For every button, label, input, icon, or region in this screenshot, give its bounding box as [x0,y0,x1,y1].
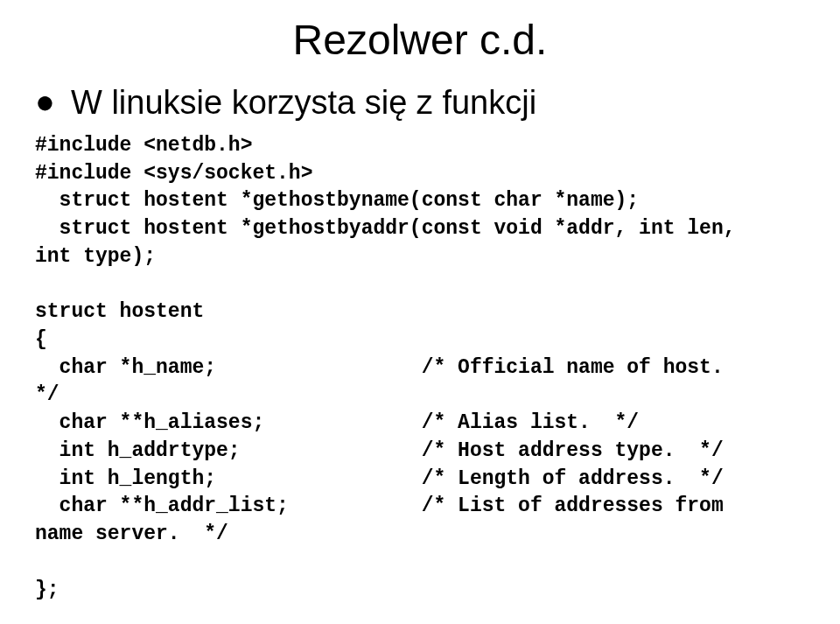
slide-title: Rezolwer c.d. [35,16,805,64]
bullet-marker: ● [35,85,55,118]
code-block: #include <netdb.h> #include <sys/socket.… [35,132,805,604]
bullet-item: ● W linuksie korzysta się z funkcji [35,85,805,122]
bullet-text: W linuksie korzysta się z funkcji [71,85,536,122]
